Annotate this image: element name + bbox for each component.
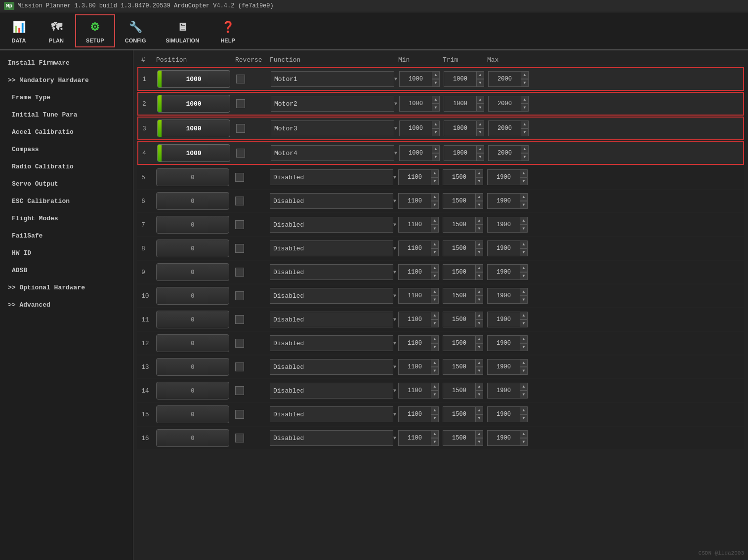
max-down-btn-3[interactable]: ▼	[521, 128, 529, 136]
max-down-btn-14[interactable]: ▼	[520, 391, 528, 399]
toolbar-simulation-btn[interactable]: 🖥 SIMULATION	[156, 15, 209, 46]
trim-down-btn-3[interactable]: ▼	[476, 128, 484, 136]
reverse-checkbox-5[interactable]	[235, 173, 244, 182]
max-up-btn-2[interactable]: ▲	[521, 96, 529, 104]
min-up-btn-3[interactable]: ▲	[432, 120, 440, 128]
trim-down-btn-2[interactable]: ▼	[476, 104, 484, 112]
min-down-btn-15[interactable]: ▼	[431, 414, 439, 422]
function-dropdown-7[interactable]: Disabled	[270, 217, 393, 233]
max-down-btn-2[interactable]: ▼	[521, 104, 529, 112]
trim-down-btn-16[interactable]: ▼	[475, 438, 483, 446]
min-down-btn-10[interactable]: ▼	[431, 296, 439, 304]
position-btn-3[interactable]: 1000	[157, 120, 230, 137]
min-up-btn-14[interactable]: ▲	[431, 383, 439, 391]
min-down-btn-9[interactable]: ▼	[431, 272, 439, 280]
max-up-btn-12[interactable]: ▲	[520, 335, 528, 343]
trim-down-btn-12[interactable]: ▼	[475, 343, 483, 351]
sidebar-item-compass[interactable]: Compass	[0, 141, 133, 158]
position-btn-8[interactable]: 0	[156, 240, 229, 257]
trim-up-btn-6[interactable]: ▲	[475, 193, 483, 201]
max-down-btn-4[interactable]: ▼	[521, 153, 529, 161]
trim-up-btn-14[interactable]: ▲	[475, 383, 483, 391]
min-up-btn-4[interactable]: ▲	[432, 145, 440, 153]
position-btn-13[interactable]: 0	[156, 358, 229, 376]
position-btn-2[interactable]: 1000	[157, 95, 230, 113]
function-dropdown-16[interactable]: Disabled	[270, 430, 393, 446]
sidebar-group-advanced[interactable]: >> Advanced	[0, 296, 133, 314]
trim-down-btn-10[interactable]: ▼	[475, 296, 483, 304]
max-up-btn-16[interactable]: ▲	[520, 430, 528, 438]
trim-up-btn-5[interactable]: ▲	[475, 169, 483, 177]
min-up-btn-8[interactable]: ▲	[431, 240, 439, 248]
position-btn-16[interactable]: 0	[156, 429, 229, 447]
sidebar-item-install-firmware[interactable]: Install Firmware	[0, 54, 133, 72]
function-dropdown-8[interactable]: Disabled	[270, 240, 393, 256]
position-btn-14[interactable]: 0	[156, 382, 229, 400]
sidebar-item-accel-cal[interactable]: Accel Calibratio	[0, 123, 133, 141]
trim-down-btn-8[interactable]: ▼	[475, 248, 483, 256]
reverse-checkbox-15[interactable]	[235, 410, 244, 419]
reverse-checkbox-4[interactable]	[236, 149, 245, 158]
function-dropdown-9[interactable]: Disabled	[270, 264, 393, 280]
toolbar-config-btn[interactable]: 🔧 CONFIG	[115, 15, 156, 46]
min-up-btn-11[interactable]: ▲	[431, 312, 439, 320]
min-up-btn-1[interactable]: ▲	[432, 71, 440, 79]
max-down-btn-10[interactable]: ▼	[520, 296, 528, 304]
max-up-btn-15[interactable]: ▲	[520, 406, 528, 414]
function-dropdown-14[interactable]: Disabled	[270, 383, 393, 399]
trim-up-btn-3[interactable]: ▲	[476, 120, 484, 128]
reverse-checkbox-11[interactable]	[235, 315, 244, 324]
function-dropdown-5[interactable]: Disabled	[270, 169, 393, 185]
sidebar-group-mandatory-hw[interactable]: >> Mandatory Hardware	[0, 72, 133, 89]
max-up-btn-1[interactable]: ▲	[521, 71, 529, 79]
max-up-btn-3[interactable]: ▲	[521, 120, 529, 128]
min-down-btn-13[interactable]: ▼	[431, 367, 439, 375]
min-down-btn-14[interactable]: ▼	[431, 391, 439, 399]
max-down-btn-7[interactable]: ▼	[520, 225, 528, 233]
sidebar-item-hw-id[interactable]: HW ID	[0, 244, 133, 262]
min-up-btn-9[interactable]: ▲	[431, 264, 439, 272]
position-btn-6[interactable]: 0	[156, 192, 229, 210]
min-down-btn-4[interactable]: ▼	[432, 153, 440, 161]
min-up-btn-13[interactable]: ▲	[431, 359, 439, 367]
sidebar-item-frame-type[interactable]: Frame Type	[0, 89, 133, 106]
function-dropdown-2[interactable]: Motor2	[271, 96, 394, 112]
trim-up-btn-2[interactable]: ▲	[476, 96, 484, 104]
reverse-checkbox-2[interactable]	[236, 99, 245, 108]
max-up-btn-13[interactable]: ▲	[520, 359, 528, 367]
trim-up-btn-12[interactable]: ▲	[475, 335, 483, 343]
position-btn-1[interactable]: 1000	[157, 70, 230, 88]
sidebar-item-servo-output[interactable]: Servo Output	[0, 175, 133, 193]
trim-down-btn-13[interactable]: ▼	[475, 367, 483, 375]
max-up-btn-11[interactable]: ▲	[520, 312, 528, 320]
reverse-checkbox-13[interactable]	[235, 362, 244, 371]
position-btn-10[interactable]: 0	[156, 287, 229, 305]
reverse-checkbox-16[interactable]	[235, 434, 244, 442]
reverse-checkbox-8[interactable]	[235, 244, 244, 253]
function-dropdown-11[interactable]: Disabled	[270, 312, 393, 327]
max-up-btn-5[interactable]: ▲	[520, 169, 528, 177]
max-up-btn-4[interactable]: ▲	[521, 145, 529, 153]
trim-down-btn-6[interactable]: ▼	[475, 201, 483, 209]
reverse-checkbox-7[interactable]	[235, 220, 244, 229]
trim-down-btn-14[interactable]: ▼	[475, 391, 483, 399]
trim-up-btn-11[interactable]: ▲	[475, 312, 483, 320]
trim-up-btn-10[interactable]: ▲	[475, 288, 483, 296]
toolbar-setup-btn[interactable]: ⚙ SETUP	[75, 14, 115, 47]
function-dropdown-3[interactable]: Motor3	[271, 120, 394, 136]
trim-down-btn-4[interactable]: ▼	[476, 153, 484, 161]
min-down-btn-8[interactable]: ▼	[431, 248, 439, 256]
trim-up-btn-4[interactable]: ▲	[476, 145, 484, 153]
toolbar-data-btn[interactable]: 📊 DATA	[0, 15, 38, 46]
trim-down-btn-1[interactable]: ▼	[476, 79, 484, 87]
position-btn-9[interactable]: 0	[156, 263, 229, 281]
function-dropdown-13[interactable]: Disabled	[270, 359, 393, 375]
sidebar-item-esc-cal[interactable]: ESC Calibration	[0, 193, 133, 210]
max-up-btn-8[interactable]: ▲	[520, 240, 528, 248]
sidebar-item-flight-modes[interactable]: Flight Modes	[0, 210, 133, 227]
max-down-btn-12[interactable]: ▼	[520, 343, 528, 351]
function-dropdown-12[interactable]: Disabled	[270, 335, 393, 351]
position-btn-12[interactable]: 0	[156, 334, 229, 352]
position-btn-7[interactable]: 0	[156, 216, 229, 234]
trim-up-btn-7[interactable]: ▲	[475, 217, 483, 225]
